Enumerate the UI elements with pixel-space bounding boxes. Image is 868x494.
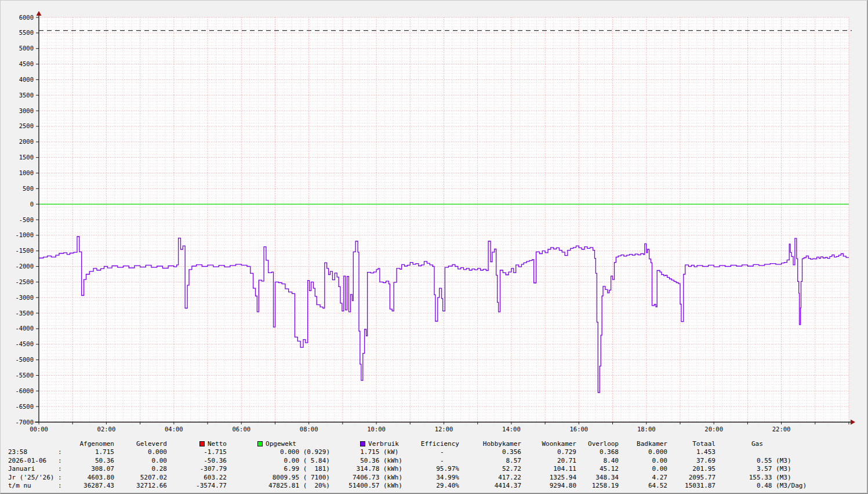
column-header-label: Geleverd	[136, 440, 167, 448]
y-tick-label: -6500	[15, 403, 34, 410]
table-cell-gas: 0.55 (M3)	[716, 457, 807, 465]
column-header-gas: Gas	[716, 440, 807, 448]
table-cell-badkamer: 64.52	[619, 482, 667, 490]
x-tick-label: 02:00	[97, 426, 116, 433]
table-cell-badkamer: 0.000	[619, 448, 667, 456]
y-tick-label: 5000	[19, 45, 34, 52]
row-label: Januari :	[8, 465, 68, 473]
x-tick-label: 16:00	[570, 426, 589, 433]
x-tick-label: 04:00	[165, 426, 183, 433]
table-cell-overloop: 1258.19	[576, 482, 619, 490]
y-tick-label: 2000	[19, 138, 34, 145]
column-header-totaal: Totaal	[667, 440, 716, 448]
column-header-efficiency: Efficiency	[402, 440, 459, 448]
column-header-label: Efficiency	[421, 440, 459, 448]
x-tick-label: 08:00	[300, 426, 318, 433]
y-tick-label: 1000	[19, 169, 34, 176]
y-tick-label: 3000	[19, 107, 34, 114]
table-header-spacer	[8, 440, 68, 448]
table-cell-geleverd: 5207.02	[114, 474, 167, 482]
column-header-opgewekt: Opgewekt	[227, 440, 330, 448]
table-cell-totaal: 201.95	[667, 465, 716, 473]
y-tick-label: 500	[23, 185, 34, 192]
column-header-afgenomen: Afgenomen	[68, 440, 114, 448]
column-header-geleverd: Geleverd	[114, 440, 167, 448]
table-cell-badkamer: 4.27	[619, 474, 667, 482]
table-cell-geleverd: 0.00	[114, 457, 167, 465]
y-tick-label: -4500	[15, 340, 34, 347]
table-cell-netto: -307.79	[167, 465, 227, 473]
table-cell-badkamer: 0.00	[619, 457, 667, 465]
y-tick-label: -3500	[15, 310, 34, 317]
table-cell-netto: -1.715	[167, 448, 227, 456]
column-header-woonkamer: Woonkamer	[521, 440, 576, 448]
column-header-verbruik: Verbruik	[330, 440, 402, 448]
y-tick-label: -1500	[15, 247, 34, 254]
y-tick-label: 1500	[19, 154, 34, 161]
table-cell-efficiency: 95.97%	[402, 465, 459, 473]
column-header-label: Overloop	[588, 440, 619, 448]
table-cell-afgenomen: 308.07	[68, 465, 114, 473]
x-tick-label: 12:00	[435, 426, 453, 433]
column-header-label: Hobbykamer	[483, 440, 521, 448]
column-header-label: Verbruik	[368, 440, 399, 448]
table-cell-verbruik: 314.78 (kWh)	[330, 465, 402, 473]
table-cell-opgewekt: 8009.95 ( 7100)	[227, 474, 330, 482]
table-cell-afgenomen: 4603.80	[68, 474, 114, 482]
y-tick-label: 4500	[19, 60, 34, 67]
y-tick-label: -4000	[15, 325, 34, 332]
table-cell-overloop: 45.12	[576, 465, 619, 473]
rrdtool-graph-image: Energie Dinsdag 6 Januari Watt RRDTOOL /…	[0, 0, 868, 494]
table-cell-afgenomen: 1.715	[68, 448, 114, 456]
legend-square-verbruik-icon	[360, 441, 365, 446]
y-tick-label: -7000	[15, 419, 34, 426]
table-cell-afgenomen: 36287.43	[68, 482, 114, 490]
y-tick-label: -6000	[15, 387, 34, 394]
x-tick-label: 00:00	[30, 426, 48, 433]
row-label: 23:58 :	[8, 448, 68, 456]
table-cell-netto: 603.22	[167, 474, 227, 482]
table-header-row: AfgenomenGeleverdNettoOpgewektVerbruikEf…	[8, 440, 807, 448]
y-tick-label: -1000	[15, 231, 34, 238]
y-tick-label: -2500	[15, 278, 34, 285]
table-cell-hobbykamer: 0.356	[459, 448, 521, 456]
row-label: t/m nu :	[8, 482, 68, 490]
table-cell-gas: 155.33 (M3)	[716, 474, 807, 482]
table-cell-hobbykamer: 52.72	[459, 465, 521, 473]
table-cell-woonkamer: 20.71	[521, 457, 576, 465]
column-header-label: Woonkamer	[542, 440, 576, 448]
table-cell-verbruik: 1.715 (kW)	[330, 448, 402, 456]
table-cell-overloop: 8.40	[576, 457, 619, 465]
y-tick-label: 0	[30, 201, 34, 208]
table-cell-badkamer: 0.00	[619, 465, 667, 473]
table-cell-geleverd: 0.000	[114, 448, 167, 456]
y-tick-label: 6000	[19, 14, 34, 21]
table-cell-hobbykamer: 417.22	[459, 474, 521, 482]
table-cell-woonkamer: 0.729	[521, 448, 576, 456]
table-cell-overloop: 0.368	[576, 448, 619, 456]
table-cell-geleverd: 0.28	[114, 465, 167, 473]
legend-square-netto-icon	[199, 441, 205, 446]
table-cell-opgewekt: 6.99 ( 181)	[227, 465, 330, 473]
table-cell-overloop: 348.34	[576, 474, 619, 482]
table-cell-verbruik: 50.36 (kWh)	[330, 457, 402, 465]
table-row: 2026-01-06 :50.360.00-50.360.00 ( 5.84)5…	[8, 457, 807, 465]
y-tick-label: 4000	[19, 76, 34, 83]
y-tick-label: -5000	[15, 356, 34, 363]
chart-canvas: -7000-6500-6000-5500-5000-4500-4000-3500…	[1, 1, 868, 439]
table-cell-totaal: 37.69	[667, 457, 716, 465]
table-cell-totaal: 2095.77	[667, 474, 716, 482]
summary-table: AfgenomenGeleverdNettoOpgewektVerbruikEf…	[8, 440, 807, 490]
column-header-label: Gas	[751, 440, 763, 448]
table-cell-woonkamer: 1325.94	[521, 474, 576, 482]
x-tick-label: 22:00	[772, 426, 791, 433]
x-tick-label: 20:00	[704, 426, 723, 433]
legend-square-opgewekt-icon	[257, 441, 263, 446]
table-cell-geleverd: 32712.66	[114, 482, 167, 490]
table-cell-efficiency: 34.99%	[402, 474, 459, 482]
table-cell-gas: 3.57 (M3)	[716, 465, 807, 473]
column-header-label: Badkamer	[637, 440, 667, 448]
row-label: 2026-01-06 :	[8, 457, 68, 465]
table-cell-opgewekt: 0.00 ( 5.84)	[227, 457, 330, 465]
column-header-badkamer: Badkamer	[619, 440, 667, 448]
